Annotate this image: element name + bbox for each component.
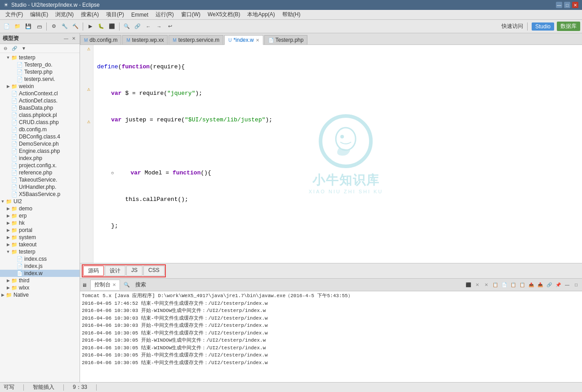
tree-item-actioncontext[interactable]: 📄 ActionContext.cl [0,90,80,97]
console-tab-console[interactable]: 控制台 ✕ [90,280,120,290]
menu-project[interactable]: 项目(P) [102,10,128,19]
sidebar-tree[interactable]: ▼ 📁 testerp 📄 Testerp_do. 📄 Testerp.php … [0,53,80,382]
sidebar-close-btn[interactable]: ✕ [71,36,77,41]
console-stop-btn[interactable]: ⬛ [464,281,472,289]
menu-emmet[interactable]: Emmet [128,11,152,19]
code-editor[interactable]: ⚠ ⚠ ⚠ [80,45,582,263]
console-minimize[interactable]: — [563,281,571,289]
console-btn10[interactable]: 🔗 [545,281,553,289]
tree-link-btn[interactable]: 🔗 [10,45,19,52]
tree-collapse-btn[interactable]: ⊖ [2,45,9,52]
tree-item-index-js[interactable]: 📄 index.js [0,263,80,270]
menu-file[interactable]: 文件(F) [2,10,27,19]
save-button[interactable]: 💾 [23,22,33,31]
tb-btn5[interactable]: 🔗 [133,22,142,31]
tree-item-demoservice[interactable]: 📄 DemoService.ph [0,140,80,147]
tree-item-crud[interactable]: 📄 CRUD.class.php [0,119,80,126]
console-content[interactable]: Tomcat 5.x [Java 应用程序] D:\work\WeX5_4917… [80,291,582,382]
stop-button[interactable]: ⬛ [107,22,117,31]
tree-item-testerp-root[interactable]: ▼ 📁 testerp [0,54,80,61]
bottom-tab-js[interactable]: JS [126,266,142,276]
tb-btn3[interactable]: 🔨 [71,22,80,31]
tree-item-x5baas[interactable]: 📄 X5BaasService.p [0,191,80,198]
tb-btn6[interactable]: ← [143,22,153,31]
bottom-tab-css[interactable]: CSS [143,266,164,276]
tree-item-third[interactable]: ▶ 📁 third [0,277,80,284]
tree-item-index-css[interactable]: 📄 index.css [0,255,80,263]
console-btn7[interactable]: 📋 [518,281,526,289]
tab-indexw[interactable]: U *index.w ✕ [224,35,263,45]
maximize-button[interactable]: □ [564,2,570,8]
tree-item-takeout[interactable]: ▶ 📁 takeout [0,241,80,248]
tree-item-index-php[interactable]: 📄 index.php [0,155,80,162]
console-btn8[interactable]: 📤 [527,281,535,289]
collapse-btn[interactable]: ⊖ [111,170,116,177]
console-btn4[interactable]: 📋 [491,281,499,289]
tree-settings-btn[interactable]: ▼ [20,45,28,52]
tree-item-wlxx[interactable]: ▶ 📁 wlxx [0,284,80,291]
menu-window[interactable]: 窗口(W) [178,10,204,19]
bottom-tab-source[interactable]: 源码 [83,266,104,276]
tb-btn2[interactable]: 🔧 [60,22,70,31]
tree-item-dbconfig[interactable]: 📄 db.config.m [0,126,80,133]
console-btn9[interactable]: 📥 [536,281,544,289]
console-tab-close[interactable]: ✕ [112,282,116,287]
title-bar-controls[interactable]: — □ ✕ [556,2,578,8]
tb-btn8[interactable]: ↩ [165,22,175,31]
console-clear-btn[interactable]: ✕ [473,281,481,289]
sidebar-controls[interactable]: — ✕ [62,36,77,41]
menu-edit[interactable]: 编辑(E) [27,10,52,19]
tree-item-testerp_php[interactable]: 📄 Testerp.php [0,68,80,76]
tree-item-testerp2[interactable]: ▼ 📁 testerp [0,248,80,255]
tree-item-classphplock[interactable]: 📄 class.phplock.pl [0,111,80,119]
menu-run[interactable]: 运行(R) [152,10,178,19]
tab-dbconfig[interactable]: M db.config.m [80,35,121,45]
tree-item-engine[interactable]: 📄 Engine.class.php [0,147,80,155]
console-btn6[interactable]: 📋 [509,281,517,289]
tree-item-index-w[interactable]: 📄 index.w [0,270,80,277]
tab-close-indexw[interactable]: ✕ [256,38,259,43]
bottom-tab-design[interactable]: 设计 [105,266,125,276]
tree-item-reference[interactable]: 📄 reference.php [0,169,80,176]
tb-btn1[interactable]: ⚙ [49,22,59,31]
tab-testerpservice[interactable]: M testerp.service.m [169,35,223,45]
console-btn11[interactable]: 📌 [554,281,562,289]
menu-search[interactable]: 搜索(A) [77,10,102,19]
tab-testerpwp[interactable]: M testerp.wp.xx [122,35,168,45]
console-tab-search[interactable]: 搜索 [132,280,150,290]
run-button[interactable]: ▶ [85,22,95,31]
tree-item-portal[interactable]: ▶ 📁 portal [0,227,80,234]
tree-item-baasdata[interactable]: 📄 BaasData.php [0,104,80,111]
tree-item-hk[interactable]: ▶ 📁 hk [0,219,80,227]
menu-help[interactable]: 帮助(H) [279,10,304,19]
tb-btn7[interactable]: → [154,22,164,31]
tree-item-projectconfig[interactable]: 📄 project.config.x. [0,162,80,169]
tree-item-testerp_servi[interactable]: 📄 testerp.servi. [0,76,80,83]
sidebar-minimize-btn[interactable]: — [62,36,70,41]
studio-button[interactable]: Studio [532,22,554,31]
tree-item-weixin[interactable]: ▶ 📁 weixin [0,83,80,90]
close-button[interactable]: ✕ [572,2,578,8]
tree-item-erp[interactable]: ▶ 📁 erp [0,212,80,219]
tab-testerphp[interactable]: 📄 Testerp.php [264,35,308,45]
tree-item-testerp_do[interactable]: 📄 Testerp_do. [0,61,80,68]
tree-item-actiondef[interactable]: 📄 ActionDef.class. [0,97,80,104]
tree-item-takeoutservice[interactable]: 📄 TakeoutService. [0,176,80,183]
console-maximize[interactable]: □ [572,281,580,289]
console-btn3[interactable]: ✕ [482,281,490,289]
tree-item-demo[interactable]: ▶ 📁 demo [0,205,80,212]
menu-localapp[interactable]: 本地App(A) [244,10,278,19]
menu-wex5docs[interactable]: WeX5文档(B) [204,10,244,19]
save-all-button[interactable]: 🗃 [34,22,44,31]
new-button[interactable]: 📄 [2,22,12,31]
console-btn5[interactable]: 📄 [500,281,508,289]
tree-item-urlhandler[interactable]: 📄 UrlHandler.php. [0,183,80,191]
menu-browse[interactable]: 浏览(N) [52,10,77,19]
minimize-button[interactable]: — [556,2,562,8]
db-button[interactable]: 数据库 [557,22,580,31]
tb-btn4[interactable]: 🔍 [122,22,132,31]
tree-item-system[interactable]: ▶ 📁 system [0,234,80,241]
open-button[interactable]: 📁 [13,22,22,31]
tree-item-native[interactable]: ▶ 📁 Native [0,291,80,298]
tree-item-dbconfigclass[interactable]: 📄 DBConfig.class.4 [0,133,80,140]
